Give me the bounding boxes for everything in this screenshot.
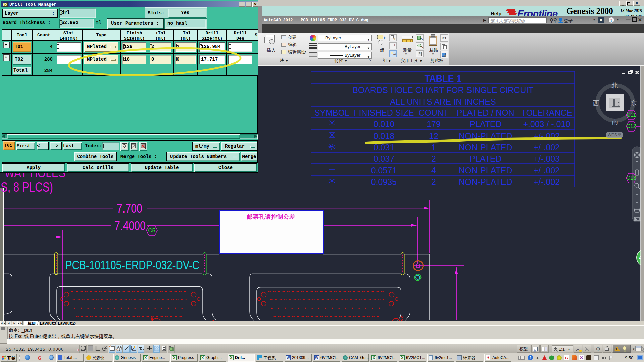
svg-text:+/-.002: +/-.002 xyxy=(534,177,560,187)
svg-text:TOLERANCE: TOLERANCE xyxy=(521,108,572,117)
svg-text:0.0935: 0.0935 xyxy=(371,177,397,187)
svg-text:C11: C11 xyxy=(627,112,636,118)
svg-text:ALL UNITS ARE IN INCHES: ALL UNITS ARE IN INCHES xyxy=(390,97,496,106)
svg-text:COUNT: COUNT xyxy=(419,108,449,117)
svg-text:0.0571: 0.0571 xyxy=(371,166,397,175)
svg-text:0.018: 0.018 xyxy=(374,131,395,141)
svg-text:+.003 / -.010: +.003 / -.010 xyxy=(523,119,570,129)
svg-text:BOARDS HOLE CHART FOR SINGLE C: BOARDS HOLE CHART FOR SINGLE CIRCUIT xyxy=(352,85,533,95)
svg-text:北: 北 xyxy=(612,82,618,89)
svg-text:TABLE 1: TABLE 1 xyxy=(425,73,462,84)
svg-text:C5: C5 xyxy=(148,227,155,234)
svg-text:C13: C13 xyxy=(626,175,636,181)
svg-text:0.010: 0.010 xyxy=(374,119,395,129)
svg-text:+/-.003: +/-.003 xyxy=(534,154,560,163)
svg-text:+/-.002: +/-.002 xyxy=(534,143,560,152)
svg-text:PLATED: PLATED xyxy=(469,154,501,163)
svg-text:NON-PLATED: NON-PLATED xyxy=(459,177,512,187)
svg-text:西: 西 xyxy=(593,100,599,107)
svg-text:WCS: WCS xyxy=(608,133,617,137)
svg-text:SYMBOL: SYMBOL xyxy=(314,108,349,117)
svg-text:NON-PLATED: NON-PLATED xyxy=(459,143,512,152)
svg-text:0.031: 0.031 xyxy=(374,143,395,152)
svg-text:2: 2 xyxy=(431,177,436,187)
svg-text:南: 南 xyxy=(612,118,618,125)
svg-text:PLATED: PLATED xyxy=(469,119,501,129)
svg-text:C12: C12 xyxy=(626,123,636,129)
svg-text:1: 1 xyxy=(431,143,436,152)
svg-text:+/-.002: +/-.002 xyxy=(534,166,560,175)
svg-text:4: 4 xyxy=(431,166,436,175)
svg-text:东: 东 xyxy=(631,100,637,107)
svg-text:PLATED / NON: PLATED / NON xyxy=(457,108,514,117)
svg-text:0.037: 0.037 xyxy=(374,154,395,163)
svg-text:2: 2 xyxy=(431,154,436,163)
svg-text:NON-PLATED: NON-PLATED xyxy=(459,166,512,175)
svg-text:FINISHED SIZE: FINISHED SIZE xyxy=(354,108,414,117)
svg-text:179: 179 xyxy=(427,119,441,129)
svg-text:12: 12 xyxy=(429,131,438,141)
